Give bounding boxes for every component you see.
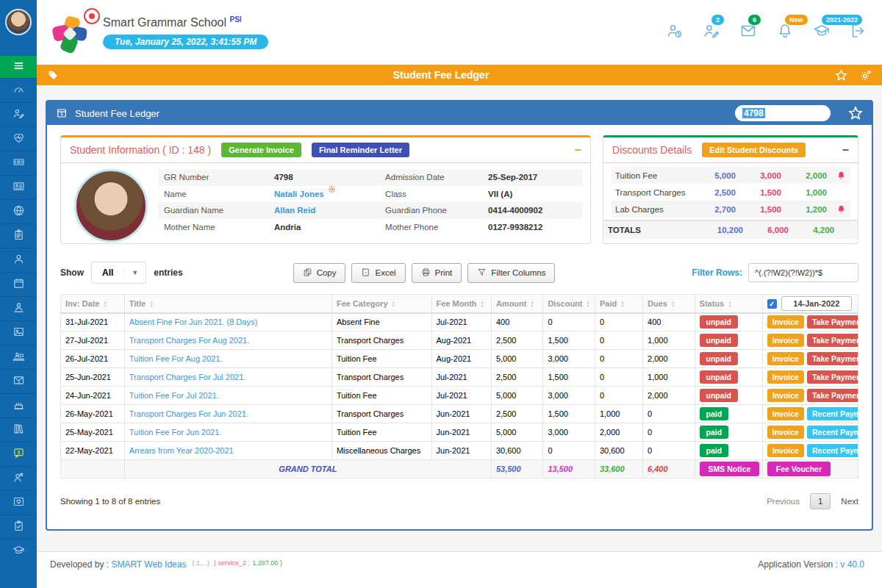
- sidebar-item-dashboard[interactable]: [0, 78, 37, 102]
- sidebar-item-web[interactable]: [0, 199, 37, 223]
- column-header-fee-month[interactable]: Fee Month▲▼: [431, 295, 491, 313]
- paid: 2,000: [595, 423, 642, 442]
- next-page-button[interactable]: Next: [841, 497, 858, 506]
- tag-icon[interactable]: [47, 69, 59, 81]
- fee-voucher-button[interactable]: Fee Voucher: [767, 462, 831, 476]
- fee-table-header-row: Inv: Date▲▼Title▲▼Fee Category▲▼Fee Mont…: [61, 295, 858, 313]
- take-payment-button[interactable]: Take Payment: [807, 389, 858, 402]
- sms-notice-button[interactable]: SMS Notice: [700, 462, 760, 476]
- fee-title-link[interactable]: Transport Charges For Aug 2021.: [129, 336, 249, 345]
- sidebar-item-fees[interactable]: [0, 151, 37, 175]
- excel-button[interactable]: xExcel: [351, 263, 405, 283]
- invoice-button[interactable]: Invoice: [767, 426, 804, 439]
- invoice-button[interactable]: Invoice: [767, 370, 804, 384]
- fee-title-link[interactable]: Absent Fine For Jun 2021. (8 Days): [129, 318, 257, 326]
- user-session-button[interactable]: [666, 22, 684, 43]
- fee-title-link[interactable]: Tuition Fee For Aug 2021.: [129, 354, 223, 363]
- final-reminder-button[interactable]: Final Reminder Letter: [312, 143, 409, 157]
- generate-invoice-button[interactable]: Generate Invoice: [221, 143, 301, 157]
- collapse-discounts-card-icon[interactable]: –: [842, 146, 849, 154]
- column-header-fee-category[interactable]: Fee Category▲▼: [331, 295, 431, 313]
- invoice-button[interactable]: Invoice: [767, 315, 804, 329]
- column-header-paid[interactable]: Paid▲▼: [595, 295, 642, 313]
- edit-discounts-button[interactable]: Edit Student Discounts: [702, 143, 806, 157]
- previous-page-button[interactable]: Previous: [767, 497, 800, 506]
- sidebar-item-id-cards[interactable]: [0, 175, 37, 199]
- sidebar-item-health[interactable]: [0, 126, 37, 151]
- user-avatar[interactable]: [5, 9, 32, 35]
- sidebar-item-students[interactable]: [0, 248, 37, 272]
- search-input[interactable]: 4798: [735, 105, 831, 121]
- sidebar-item-library[interactable]: [0, 417, 37, 442]
- panel-header: $ Student Fee Ledger 4798: [47, 101, 872, 125]
- favorite-star-icon[interactable]: [835, 69, 847, 82]
- column-header-dues[interactable]: Dues▲▼: [643, 295, 695, 313]
- hamburger-menu-button[interactable]: [0, 56, 37, 78]
- inv-date: 31-Jul-2021: [61, 313, 125, 331]
- sidebar-item-staff[interactable]: [0, 296, 37, 320]
- date-filter-checkbox[interactable]: ✓: [767, 299, 777, 309]
- filter-rows-input[interactable]: [748, 263, 858, 282]
- notifications-button[interactable]: New: [776, 22, 794, 43]
- name-settings-icon[interactable]: [327, 184, 337, 196]
- sidebar-item-gallery[interactable]: [0, 320, 37, 345]
- developer-link[interactable]: SMART Web Ideas: [111, 559, 186, 570]
- take-payment-button[interactable]: Take Payment: [807, 370, 858, 384]
- invoice-button[interactable]: Invoice: [767, 352, 804, 365]
- sidebar-item-birthdays[interactable]: [0, 393, 37, 417]
- sidebar-item-alumni[interactable]: [0, 466, 37, 490]
- column-header-discount[interactable]: Discount▲▼: [543, 295, 595, 313]
- entries-select[interactable]: All ▼: [91, 262, 146, 284]
- recent-payment-button[interactable]: Recent Payment: [807, 426, 858, 439]
- discounts-title: Discounts Details: [612, 144, 692, 156]
- field-value[interactable]: Allan Reid: [274, 206, 385, 215]
- copy-button[interactable]: Copy: [293, 263, 346, 283]
- column-header-inv-date[interactable]: Inv: Date▲▼: [61, 295, 125, 313]
- sidebar-item-exams[interactable]: [0, 223, 37, 248]
- invoice-button[interactable]: Invoice: [767, 444, 804, 457]
- take-payment-button[interactable]: Take Payment: [807, 334, 858, 347]
- sidebar-item-attendance[interactable]: [0, 272, 37, 296]
- invoice-button[interactable]: Invoice: [767, 334, 804, 347]
- fee-title-link[interactable]: Tuition Fee For Jul 2021.: [129, 391, 219, 400]
- logout-button[interactable]: [850, 22, 867, 43]
- take-payment-button[interactable]: Take Payment: [807, 352, 858, 365]
- fee-title-link[interactable]: Arrears from Year 2020-2021: [129, 446, 234, 455]
- academic-year-button[interactable]: 2021-2022: [813, 22, 831, 43]
- student-edits-button[interactable]: 2: [703, 22, 720, 43]
- print-button[interactable]: Print: [412, 263, 462, 283]
- field-value: Andria: [274, 223, 385, 232]
- recent-payment-button[interactable]: Recent Payment: [807, 444, 858, 457]
- panel-star-icon[interactable]: [848, 106, 863, 121]
- column-header-amount[interactable]: Amount▲▼: [491, 295, 543, 313]
- sidebar-item-online-class[interactable]: [0, 345, 37, 369]
- sidebar-item-certificates[interactable]: [0, 490, 37, 514]
- fee-title-link[interactable]: Transport Charges For Jul 2021.: [129, 373, 246, 381]
- page-1-button[interactable]: 1: [810, 493, 831, 509]
- sidebar-item-payroll[interactable]: $: [0, 369, 37, 393]
- field-value[interactable]: Natali Jones: [274, 190, 385, 198]
- invoice-button[interactable]: Invoice: [767, 407, 804, 420]
- dollar-bubble-icon: $: [12, 447, 25, 462]
- take-payment-button[interactable]: Take Payment: [807, 315, 858, 329]
- column-header-status[interactable]: Status▲▼: [695, 295, 762, 313]
- reminder-bell-icon[interactable]: [827, 171, 846, 180]
- panel-body: Student Information ( ID : 148 ) Generat…: [47, 125, 872, 529]
- column-header-title[interactable]: Title▲▼: [124, 295, 331, 313]
- sidebar-item-reports[interactable]: [0, 514, 37, 539]
- sidebar-item-student-edit[interactable]: [0, 102, 37, 126]
- sidebar-item-academics[interactable]: [0, 539, 37, 563]
- messages-button[interactable]: 6: [739, 22, 757, 43]
- invoice-button[interactable]: Invoice: [767, 389, 804, 402]
- settings-gears-icon[interactable]: [859, 69, 872, 82]
- sidebar-item-fee-ledger[interactable]: $: [0, 442, 37, 466]
- globe-icon: [12, 204, 25, 220]
- fee-title-link[interactable]: Transport Charges For Jun 2021.: [129, 409, 248, 418]
- recent-payment-button[interactable]: Recent Payment: [807, 407, 858, 420]
- date-filter-input[interactable]: [781, 296, 852, 311]
- reminder-bell-icon[interactable]: [827, 204, 846, 214]
- school-name: Smart Grammar School PSI: [103, 15, 268, 29]
- collapse-student-card-icon[interactable]: –: [575, 146, 581, 154]
- fee-title-link[interactable]: Tuition Fee For Jun 2021.: [129, 428, 222, 437]
- filter-columns-button[interactable]: Filter Columns: [467, 263, 555, 283]
